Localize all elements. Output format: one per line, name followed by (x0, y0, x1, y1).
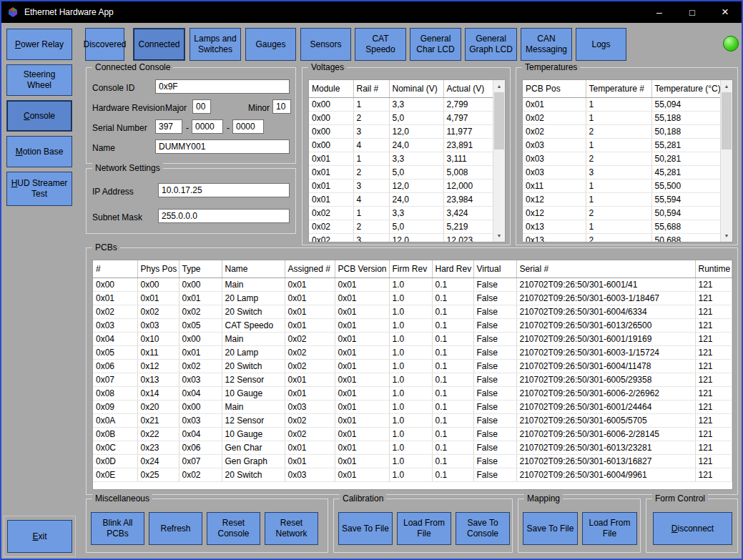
vertical-scrollbar[interactable]: ▲ ▼ (493, 80, 505, 242)
column-header[interactable]: Rail # (353, 80, 389, 97)
table-row[interactable]: 0x0225,05,219 (309, 220, 494, 233)
scrollbar-thumb[interactable] (722, 92, 732, 149)
table-row[interactable]: 0x0B0x220x0410 Gauge0x020x011.00.1False2… (93, 427, 732, 441)
refresh-button[interactable]: Refresh (149, 512, 202, 545)
table-row[interactable]: 0x13155,688 (523, 220, 722, 233)
serial-field-1[interactable] (155, 119, 182, 134)
scroll-up-icon[interactable]: ▲ (721, 80, 732, 92)
mapping-load-from-file-button[interactable]: Load From File (582, 512, 637, 545)
table-row[interactable]: 0x0D0x240x07Gen Graph0x010x011.00.1False… (93, 454, 732, 468)
table-row[interactable]: 0x0213,33,424 (309, 206, 494, 220)
maximize-button[interactable]: □ (676, 1, 709, 23)
table-row[interactable]: 0x02250,188 (523, 124, 722, 138)
table-row[interactable]: 0x090x200x00Main0x030x011.00.1False21070… (93, 400, 732, 413)
table-row[interactable]: 0x01424,023,984 (309, 192, 494, 206)
tab-gauges[interactable]: Gauges (245, 28, 296, 61)
disconnect-button[interactable]: Disconnect (653, 512, 732, 545)
exit-button[interactable]: Exit (7, 520, 72, 553)
table-row[interactable]: 0x020x020x0220 Switch0x010x011.00.1False… (93, 305, 732, 318)
column-header[interactable]: Module (309, 80, 353, 97)
scroll-up-icon[interactable]: ▲ (493, 80, 505, 92)
tab-logs[interactable]: Logs (576, 28, 626, 61)
table-row[interactable]: 0x01155,094 (523, 97, 722, 111)
table-row[interactable]: 0x0113,33,111 (309, 152, 494, 165)
sidebar-item-steering-wheel[interactable]: Steering Wheel (6, 64, 72, 96)
sidebar-item-console[interactable]: Console (6, 100, 72, 132)
tab-general-char-lcd[interactable]: General Char LCD (410, 28, 461, 61)
tab-lamps-and-switches[interactable]: Lamps and Switches (190, 28, 241, 61)
serial-field-3[interactable] (232, 119, 264, 134)
table-row[interactable]: 0x00312,011,977 (309, 124, 494, 138)
table-row[interactable]: 0x010x010x0120 Lamp0x010x011.00.1False21… (93, 291, 732, 305)
table-row[interactable]: 0x0E0x250x0220 Switch0x030x011.00.1False… (93, 468, 732, 481)
column-header[interactable]: PCB Version (335, 260, 389, 277)
table-row[interactable]: 0x0013,32,799 (309, 97, 494, 111)
blink-all-pcbs-button[interactable]: Blink All PCBs (91, 512, 144, 545)
table-row[interactable]: 0x0C0x230x06Gen Char0x010x011.00.1False2… (93, 441, 732, 454)
name-field[interactable] (155, 139, 290, 154)
minor-field[interactable] (272, 99, 291, 114)
table-row[interactable]: 0x040x100x00Main0x020x011.00.1False21070… (93, 332, 732, 345)
serial-field-2[interactable] (192, 119, 223, 134)
table-row[interactable]: 0x0025,04,797 (309, 111, 494, 124)
table-row[interactable]: 0x02312,012,023 (309, 233, 494, 242)
table-row[interactable]: 0x03250,281 (523, 152, 722, 165)
tab-connected[interactable]: Connected (133, 28, 185, 61)
column-header[interactable]: Temperature (°C) (651, 80, 722, 97)
subnet-mask-field[interactable] (158, 209, 290, 223)
tab-cat-speedo[interactable]: CAT Speedo (355, 28, 406, 61)
column-header[interactable]: Runtime (695, 260, 732, 277)
table-row[interactable]: 0x060x120x0220 Switch0x020x011.00.1False… (93, 359, 732, 373)
table-row[interactable]: 0x11155,500 (523, 179, 722, 192)
table-row[interactable]: 0x00424,023,891 (309, 138, 494, 152)
table-row[interactable]: 0x03155,281 (523, 138, 722, 152)
column-header[interactable]: # (93, 260, 137, 277)
table-row[interactable]: 0x030x030x05CAT Speedo0x010x011.00.1Fals… (93, 318, 732, 332)
reset-console-button[interactable]: Reset Console (207, 512, 260, 545)
table-row[interactable]: 0x12155,594 (523, 192, 722, 206)
column-header[interactable]: Assigned # (285, 260, 335, 277)
column-header[interactable]: Name (222, 260, 285, 277)
table-row[interactable]: 0x13250,688 (523, 233, 722, 242)
sidebar-item-power-relay[interactable]: Power Relay (6, 29, 72, 60)
table-row[interactable]: 0x01312,012,000 (309, 179, 494, 192)
reset-network-button[interactable]: Reset Network (265, 512, 318, 545)
mapping-save-to-file-button[interactable]: Save To File (523, 512, 578, 545)
table-row[interactable]: 0x070x130x0312 Sensor0x010x011.00.1False… (93, 373, 732, 386)
column-header[interactable]: Actual (V) (443, 80, 494, 97)
calibration-save-to-file-button[interactable]: Save To File (338, 512, 393, 545)
table-row[interactable]: 0x03345,281 (523, 165, 722, 179)
minimize-button[interactable]: – (643, 1, 676, 23)
column-header[interactable]: Virtual (473, 260, 516, 277)
scrollbar-thumb[interactable] (494, 92, 504, 149)
scroll-down-icon[interactable]: ▼ (721, 230, 732, 242)
sidebar-item-hud-streamer-test[interactable]: HUD Streamer Test (6, 172, 72, 206)
tab-sensors[interactable]: Sensors (300, 28, 351, 61)
tab-general-graph-lcd[interactable]: General Graph LCD (465, 28, 517, 61)
calibration-save-to-console-button[interactable]: Save To Console (456, 512, 510, 545)
table-row[interactable]: 0x12250,594 (523, 206, 722, 220)
column-header[interactable]: Firm Rev (389, 260, 432, 277)
console-id-field[interactable] (155, 79, 290, 94)
ip-address-field[interactable] (158, 183, 290, 197)
close-button[interactable]: × (709, 1, 742, 23)
column-header[interactable]: Hard Rev (432, 260, 473, 277)
vertical-scrollbar[interactable]: ▲ ▼ (720, 80, 732, 242)
calibration-load-from-file-button[interactable]: Load From File (397, 512, 451, 545)
sidebar-item-motion-base[interactable]: Motion Base (6, 136, 72, 167)
scroll-down-icon[interactable]: ▼ (493, 230, 505, 242)
column-header[interactable]: Temperature # (586, 80, 651, 97)
major-field[interactable] (192, 99, 211, 114)
column-header[interactable]: Nominal (V) (389, 80, 443, 97)
table-row[interactable]: 0x050x110x0120 Lamp0x020x011.00.1False21… (93, 345, 732, 359)
tab-discovered[interactable]: Discovered (85, 28, 124, 61)
table-row[interactable]: 0x02155,188 (523, 111, 722, 124)
table-row[interactable]: 0x000x000x00Main0x010x011.00.1False21070… (93, 277, 732, 291)
table-row[interactable]: 0x080x140x0410 Gauge0x010x011.00.1False2… (93, 386, 732, 400)
table-row[interactable]: 0x0125,05,008 (309, 165, 494, 179)
table-row[interactable]: 0x0A0x210x0312 Sensor0x020x011.00.1False… (93, 413, 732, 427)
column-header[interactable]: PCB Pos (523, 80, 586, 97)
column-header[interactable]: Type (179, 260, 222, 277)
tab-can-messaging[interactable]: CAN Messaging (521, 28, 572, 61)
column-header[interactable]: Phys Pos (137, 260, 179, 277)
